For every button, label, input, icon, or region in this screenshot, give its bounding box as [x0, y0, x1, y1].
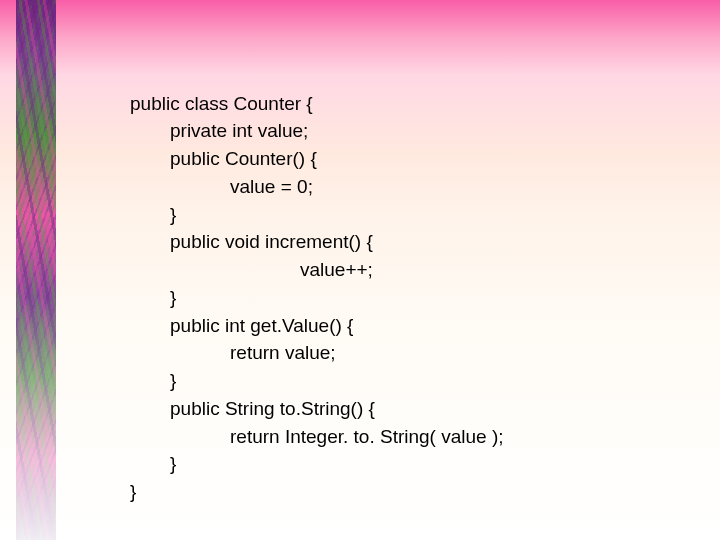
- code-line: private int value;: [130, 120, 308, 141]
- code-line: public Counter() {: [130, 148, 317, 169]
- code-line: public int get.Value() {: [130, 315, 353, 336]
- code-line: }: [130, 287, 176, 308]
- decorative-sidebar-fade: [16, 0, 56, 540]
- code-line: return Integer. to. String( value );: [130, 426, 504, 447]
- code-line: public void increment() {: [130, 231, 373, 252]
- code-block: public class Counter { private int value…: [130, 62, 504, 506]
- code-line: }: [130, 481, 136, 502]
- slide: public class Counter { private int value…: [0, 0, 720, 540]
- code-line: }: [130, 453, 176, 474]
- code-line: return value;: [130, 342, 336, 363]
- code-line: value = 0;: [130, 176, 313, 197]
- code-line: }: [130, 370, 176, 391]
- code-line: public String to.String() {: [130, 398, 375, 419]
- code-line: value++;: [130, 259, 373, 280]
- code-line: public class Counter {: [130, 93, 313, 114]
- code-line: }: [130, 204, 176, 225]
